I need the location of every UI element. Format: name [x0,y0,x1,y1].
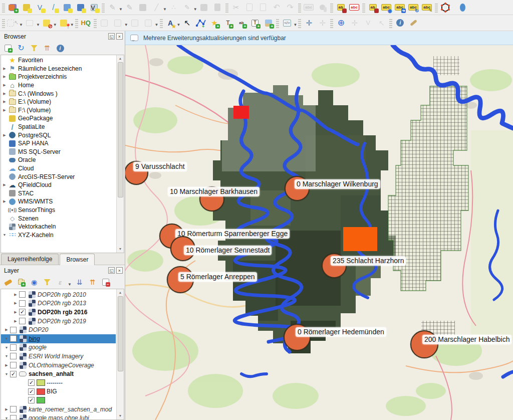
layer-item-dop20h-rgb-2016[interactable]: ▶✓DOP20h rgb 2016 [1,308,116,317]
chevron-right-icon[interactable]: ▶ [1,100,8,104]
scroll-down-icon[interactable]: ▼ [117,412,124,419]
layer-float-button[interactable]: ◱ [108,267,115,274]
chevron-right-icon[interactable]: ▶ [3,407,10,411]
browser-item-stac[interactable]: STAC [1,189,116,198]
toolbar-grip[interactable] [2,3,5,13]
browser-item-arcgis-rest-server[interactable]: ArcGIS-REST-Server [1,172,116,181]
chevron-right-icon[interactable]: ▶ [1,75,8,79]
filter-browser-icon[interactable] [29,43,39,53]
visibility-checkbox[interactable] [19,300,26,307]
pin-labels-icon[interactable]: ab [335,1,347,14]
visibility-checkbox[interactable]: ✓ [19,309,26,315]
toolbar-grip[interactable] [225,3,228,13]
move-annotation-icon[interactable]: ✛ [303,17,315,29]
browser-item-xyz-kacheln[interactable]: ▼∷∷XYZ-Kacheln [1,231,116,239]
toolbar-grip[interactable] [298,18,301,28]
chevron-down-icon[interactable]: ▼ [3,416,10,419]
toolbar-grip[interactable] [330,18,333,28]
big-feature-square[interactable] [233,106,249,119]
label-pointer-icon[interactable]: ↖ [181,17,193,29]
layer-item-sachsen-anhalt[interactable]: ▼✓sachsen_anhalt [1,369,116,378]
chevron-right-icon[interactable]: ▶ [12,293,19,297]
refresh-icon[interactable]: ↻ [16,43,26,53]
chevron-right-icon[interactable]: ▶ [1,108,8,112]
visibility-checkbox[interactable] [10,353,17,359]
layer-item-google-maps-ohne-lubi[interactable]: ▼google maps ohne lubi [1,413,116,419]
layer-item-olorthoimagecoverage[interactable]: ▶OLOrthoimageCoverage [1,361,116,370]
toolbar-grip[interactable] [298,3,301,13]
browser-item-c-windows-[interactable]: ▶C:\ (Windows ) [1,89,116,98]
hq-plugin-icon[interactable]: HQ [80,17,92,29]
dropdown-arrow-icon[interactable]: ▼ [177,23,181,27]
dropdown-arrow-icon[interactable]: ▼ [36,23,40,27]
chevron-right-icon[interactable]: ▶ [12,319,19,323]
settings-wrench-icon[interactable] [407,17,420,29]
select-by-value-icon[interactable]: 📍 [58,17,70,29]
new-spatialite-layer-icon[interactable]: / [47,1,60,14]
browser-item-f-volume-[interactable]: ▶F:\ (Volume) [1,106,116,115]
scroll-up-icon[interactable]: ▲ [117,289,124,296]
browser-item-cloud[interactable]: ☁Cloud [1,164,116,173]
toolbar-grip[interactable] [389,18,392,28]
new-grid-layer-icon[interactable] [74,1,87,14]
scroll-up-icon[interactable]: ▲ [117,55,124,62]
layer-item-esri-world-imagery[interactable]: ▼ESRI World Imagery [1,352,116,361]
browser-item-home[interactable]: ▶⌂Home [1,81,116,90]
collapse-all-icon[interactable]: ⇈ [42,43,52,53]
change-label-icon[interactable]: abc✎ [421,1,433,14]
add-text-along-line-icon[interactable]: ab+ [235,17,247,29]
chevron-down-icon[interactable]: ▼ [3,354,10,358]
remove-layer-icon[interactable]: − [101,277,111,287]
toolbar-grip[interactable] [75,18,78,28]
toolbar-grip[interactable] [160,18,163,28]
node-tool-icon[interactable]: + [194,17,207,29]
manage-themes-icon[interactable]: ◉ [29,277,39,287]
visibility-checkbox[interactable] [10,335,17,342]
add-marker-annotation-icon[interactable]: ★+ [208,17,220,29]
toolbar-grip[interactable] [330,3,333,13]
layer-item-dop20h-rgb-2013[interactable]: ▶DOP20h rgb 2013 [1,299,116,308]
add-selected-layers-icon[interactable]: + [3,43,13,53]
move-label-icon[interactable]: abc➔ [394,1,406,14]
html-annotation-icon[interactable]: </> [281,17,293,29]
chevron-right-icon[interactable]: ▶ [12,310,19,314]
add-text-annotation-small-icon[interactable]: T+ [221,17,234,29]
toolbar-grip[interactable] [276,18,279,28]
chevron-right-icon[interactable]: ▶ [1,92,8,96]
pin-unpin-labels-icon[interactable]: ab [367,1,379,14]
toolbar-grip[interactable] [362,3,365,13]
auto-label-icon[interactable]: A★ [164,17,177,29]
layer-item--[interactable]: ✓-------- [1,378,116,387]
collapse-all-icon[interactable]: ⇈ [88,277,98,287]
layer-close-button[interactable]: × [116,267,123,274]
visibility-checkbox[interactable] [10,327,17,333]
browser-item-spatialite[interactable]: /SpatiaLite [1,123,116,131]
chevron-down-icon[interactable]: ▼ [3,346,10,349]
browser-item-projektverzeichnis[interactable]: ▶Projektverzeichnis [1,73,116,81]
toolbar-grip[interactable] [94,18,97,28]
visibility-checkbox[interactable]: ✓ [28,397,35,403]
layer-item-karte-roemer-sachsen-a-mod[interactable]: ▶karte_roemer_sachsen_a_mod [1,405,116,414]
visibility-checkbox[interactable]: ✓ [10,371,17,377]
toolbar-grip[interactable] [2,18,5,28]
visibility-checkbox[interactable]: ✓ [28,379,35,386]
scrollbar-thumb[interactable] [118,296,123,371]
scrollbar-thumb[interactable] [118,62,123,197]
new-virtual-layer-icon[interactable]: V [88,1,100,14]
layer-item-swatch[interactable]: ✓ [1,396,116,405]
toolbar-grip[interactable] [435,3,438,13]
chevron-right-icon[interactable]: ▶ [3,328,10,332]
dropdown-arrow-icon[interactable]: ▼ [193,7,197,12]
layer-item-dop20h-rgb-2019[interactable]: ▶DOP20h rgb 2019 [1,317,116,326]
browser-item-r-umliche-lesezeichen[interactable]: ▶⚑Räumliche Lesezeichen [1,65,116,73]
browser-item-oracle[interactable]: Oracle [1,156,116,164]
layer-item-google[interactable]: ▼google [1,343,116,352]
harzhorn-feature-rect[interactable] [343,227,377,251]
browser-item-vektorkacheln[interactable]: Vektorkacheln [1,223,116,231]
new-shapefile-layer-icon[interactable]: V [34,1,46,14]
add-text-box-icon[interactable]: T+ [248,17,261,29]
visibility-checkbox[interactable] [19,318,26,324]
visibility-checkbox[interactable] [10,344,17,351]
layer-item-big[interactable]: ✓BIG [1,387,116,396]
chevron-right-icon[interactable]: ▶ [12,301,19,305]
